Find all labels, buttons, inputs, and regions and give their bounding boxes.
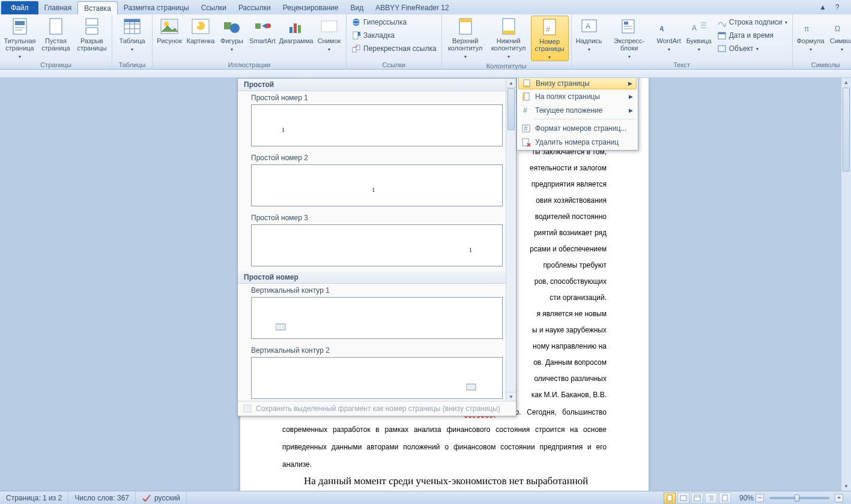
quickparts-button[interactable]: Экспресс-блоки [605, 16, 653, 60]
status-page[interactable]: Страница: 1 из 2 [0, 491, 68, 504]
ruler-row [0, 70, 851, 78]
file-tab[interactable]: Файл [1, 1, 38, 14]
zoom-percent[interactable]: 90% [739, 494, 754, 502]
svg-text:Ω: Ω [835, 25, 840, 33]
signature-line-button[interactable]: Строка подписи ▾ [715, 16, 790, 29]
tab-references[interactable]: Ссылки [195, 1, 232, 14]
smartart-button[interactable]: SmartArt [247, 16, 277, 44]
gallery-item-label: Вертикальный контур 1 [238, 284, 516, 296]
picture-button[interactable]: Рисунок [155, 16, 184, 44]
zoom-out-button[interactable]: − [756, 494, 764, 502]
tab-home[interactable]: Главная [38, 1, 78, 14]
tab-insert[interactable]: Вставка [77, 1, 118, 14]
help-icon[interactable]: ? [833, 3, 841, 11]
chart-button[interactable]: Диаграмма [279, 16, 313, 44]
document-scrollbar[interactable]: ▲ ▼ [841, 78, 851, 491]
scroll-down-icon[interactable]: ▼ [506, 392, 516, 401]
table-button[interactable]: Таблица [115, 16, 150, 53]
bookmark-icon [351, 31, 361, 40]
tab-view[interactable]: Вид [344, 1, 369, 14]
menu-bottom-of-page[interactable]: Внизу страницы▶ [518, 78, 637, 89]
bookmark-button[interactable]: Закладка [349, 29, 397, 42]
group-headers: Верхний колонтитул Нижний колонтитул # Н… [442, 14, 572, 70]
svg-rect-47 [701, 22, 706, 23]
menu-page-margins[interactable]: На полях страницы▶ [518, 89, 637, 103]
view-outline[interactable] [705, 493, 717, 503]
svg-marker-21 [262, 23, 267, 29]
scroll-up-icon[interactable]: ▲ [506, 79, 516, 88]
gallery-item-simple-1[interactable]: 1 [251, 104, 503, 146]
dropcap-button[interactable]: A Буквица [685, 16, 713, 53]
screenshot-icon [320, 17, 339, 36]
crossref-button[interactable]: Перекрестная ссылка [349, 42, 439, 55]
gallery-item-vert-2[interactable] [251, 357, 503, 399]
page-number-gallery: Простой Простой номер 1 1 Простой номер … [237, 78, 516, 416]
view-draft[interactable] [719, 493, 731, 503]
menu-current-position[interactable]: #Текущее положение▶ [518, 103, 637, 117]
menu-format-page-numbers[interactable]: #Формат номеров страниц... [518, 121, 637, 135]
scroll-up-icon[interactable]: ▲ [841, 78, 851, 87]
object-button[interactable]: Объект ▾ [715, 42, 790, 55]
minimize-ribbon-icon[interactable]: ▲ [819, 3, 827, 11]
document-area[interactable]: ты заключается в том,еятельности и залог… [0, 78, 851, 491]
group-illustrations-label: Иллюстрации [155, 60, 344, 70]
view-web[interactable] [691, 493, 703, 503]
symbol-button[interactable]: Ω Символ [828, 16, 851, 53]
zoom-slider[interactable] [769, 497, 829, 499]
svg-rect-5 [86, 19, 98, 25]
tab-abby[interactable]: ABBYY FineReader 12 [369, 1, 455, 14]
scroll-thumb[interactable] [843, 88, 850, 172]
svg-text:A: A [660, 25, 665, 33]
svg-rect-42 [624, 22, 628, 25]
zoom-in-button[interactable]: + [835, 494, 843, 502]
page-break-button[interactable]: Разрыв страницы [74, 16, 109, 52]
group-text: A Надпись Экспресс-блоки A WordArt A Бук… [572, 14, 793, 70]
page-number-button[interactable]: # Номер страницы [531, 16, 569, 61]
svg-point-17 [196, 23, 199, 26]
svg-rect-67 [276, 324, 285, 330]
equation-icon: π [801, 17, 820, 36]
cover-page-icon [10, 17, 29, 36]
svg-text:A: A [692, 24, 697, 32]
tab-review[interactable]: Рецензирование [277, 1, 345, 14]
gallery-item-simple-3[interactable]: 1 [251, 224, 503, 266]
equation-button[interactable]: π Формула [795, 16, 826, 53]
svg-rect-51 [718, 32, 725, 34]
gallery-item-label: Простой номер 2 [238, 151, 516, 163]
gallery-item-vert-1[interactable] [251, 297, 503, 339]
view-print-layout[interactable] [664, 493, 676, 503]
svg-rect-6 [86, 28, 98, 34]
svg-rect-4 [50, 19, 62, 34]
hyperlink-button[interactable]: Гиперссылка [349, 16, 409, 29]
quickparts-icon [620, 17, 639, 36]
menu-remove-page-numbers[interactable]: Удалить номера страниц [518, 135, 637, 149]
blank-page-button[interactable]: Пустая страница [38, 16, 73, 52]
group-symbols: π Формула Ω Символ Символы [793, 14, 851, 70]
gallery-section-simple-num: Простой номер [238, 271, 516, 284]
screenshot-button[interactable]: Снимок [315, 16, 344, 53]
svg-rect-26 [321, 21, 337, 32]
scroll-thumb[interactable] [507, 88, 515, 130]
gallery-item-label: Простой номер 1 [238, 91, 516, 103]
status-language[interactable]: русский [136, 491, 187, 504]
datetime-button[interactable]: Дата и время [715, 29, 790, 42]
textbox-button[interactable]: A Надпись [574, 16, 604, 53]
footer-button[interactable]: Нижний колонтитул [488, 16, 530, 60]
tab-mailings[interactable]: Рассылки [232, 1, 277, 14]
gallery-item-simple-2[interactable]: 1 [251, 164, 503, 206]
cover-page-button[interactable]: Титульная страница [2, 16, 37, 60]
svg-rect-58 [524, 85, 530, 87]
status-word-count[interactable]: Число слов: 367 [68, 491, 136, 504]
wordart-button[interactable]: A WordArt [655, 16, 683, 53]
page-number-icon: # [540, 17, 559, 37]
gallery-save-selection: Сохранить выделенный фрагмент как номер … [238, 401, 516, 416]
scroll-down-icon[interactable]: ▼ [841, 482, 851, 491]
gallery-scrollbar[interactable]: ▲ ▼ [506, 79, 516, 401]
clipart-button[interactable]: Картинка [185, 16, 216, 44]
tab-layout[interactable]: Разметка страницы [118, 1, 195, 14]
view-fullscreen[interactable] [677, 493, 689, 503]
svg-rect-44 [624, 28, 632, 29]
header-button[interactable]: Верхний колонтитул [444, 16, 486, 60]
shapes-button[interactable]: Фигуры [217, 16, 246, 53]
zoom-slider-thumb[interactable] [795, 494, 799, 502]
